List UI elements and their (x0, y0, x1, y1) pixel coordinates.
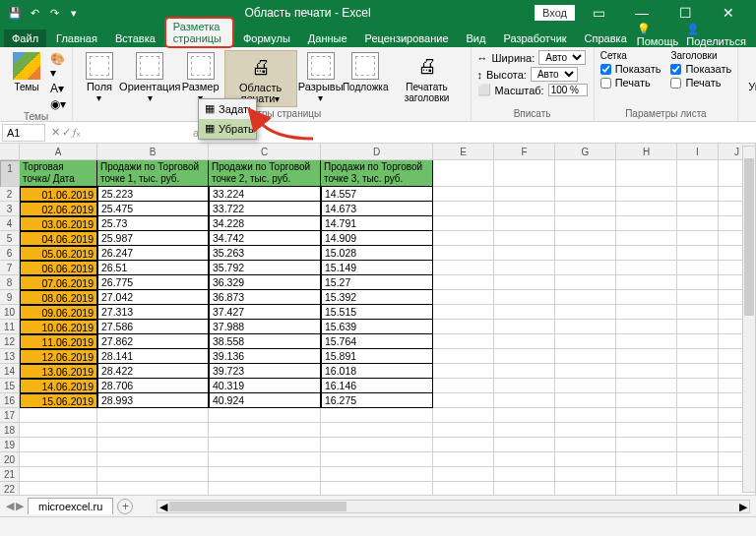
table-header-cell[interactable]: Торговая точка/ Дата (20, 160, 97, 187)
cell[interactable] (616, 261, 677, 275)
data-cell[interactable]: 15.149 (321, 261, 433, 275)
cell[interactable] (555, 349, 616, 364)
cell[interactable] (616, 160, 677, 187)
cell[interactable] (494, 364, 555, 379)
clear-print-area-item[interactable]: ▦Убрать (199, 119, 256, 139)
cell[interactable] (494, 393, 555, 408)
row-header[interactable]: 4 (0, 216, 20, 231)
cell[interactable] (677, 216, 719, 231)
data-cell[interactable]: 14.557 (321, 187, 433, 202)
breaks-button[interactable]: Разрывы▾ (300, 50, 342, 105)
cell[interactable] (433, 438, 494, 452)
cell[interactable] (555, 423, 616, 438)
sheet-next-icon[interactable]: ▶ (16, 500, 24, 512)
cell[interactable] (616, 364, 677, 379)
data-cell[interactable]: 26.247 (97, 246, 209, 261)
data-cell[interactable]: 28.141 (97, 349, 209, 364)
cell[interactable] (677, 275, 719, 290)
cell[interactable] (616, 275, 677, 290)
date-cell[interactable]: 13.06.2019 (20, 364, 97, 379)
cell[interactable] (616, 305, 677, 320)
arrange-button[interactable]: ⬚Упорядочение▾ (744, 50, 756, 105)
cell[interactable] (97, 452, 209, 467)
cell[interactable] (677, 452, 719, 467)
name-box[interactable] (2, 124, 45, 142)
cell[interactable] (555, 452, 616, 467)
save-icon[interactable]: 💾 (8, 6, 22, 20)
data-cell[interactable]: 25.73 (97, 216, 209, 231)
cell[interactable] (321, 408, 433, 423)
colors-icon[interactable]: 🎨▾ (50, 52, 66, 80)
cell[interactable] (677, 261, 719, 275)
data-cell[interactable]: 16.018 (321, 364, 433, 379)
data-cell[interactable]: 27.586 (97, 320, 209, 334)
cell[interactable] (209, 423, 321, 438)
cell[interactable] (494, 231, 555, 246)
data-cell[interactable]: 35.263 (209, 246, 321, 261)
cell[interactable] (677, 334, 719, 349)
cell[interactable] (494, 438, 555, 452)
data-cell[interactable]: 37.427 (209, 305, 321, 320)
signin-button[interactable]: Вход (535, 5, 575, 21)
row-header[interactable]: 5 (0, 231, 20, 246)
share-button[interactable]: 👤 Поделиться (686, 23, 746, 47)
cell[interactable] (555, 379, 616, 393)
tellme[interactable]: 💡 Помощь (637, 23, 679, 47)
cell[interactable] (677, 305, 719, 320)
cell[interactable] (433, 334, 494, 349)
cell[interactable] (616, 187, 677, 202)
data-cell[interactable]: 14.673 (321, 202, 433, 216)
cell[interactable] (97, 467, 209, 482)
cell[interactable] (677, 160, 719, 187)
date-cell[interactable]: 09.06.2019 (20, 305, 97, 320)
data-cell[interactable]: 34.228 (209, 216, 321, 231)
data-cell[interactable]: 40.319 (209, 379, 321, 393)
cell[interactable] (616, 216, 677, 231)
cell[interactable] (97, 438, 209, 452)
row-header[interactable]: 20 (0, 452, 20, 467)
cell[interactable] (616, 452, 677, 467)
row-header[interactable]: 10 (0, 305, 20, 320)
tab-home[interactable]: Главная (48, 30, 105, 47)
cell[interactable] (677, 408, 719, 423)
cell[interactable] (616, 408, 677, 423)
cell[interactable] (616, 231, 677, 246)
cell[interactable] (494, 467, 555, 482)
cell[interactable] (555, 320, 616, 334)
data-cell[interactable]: 35.792 (209, 261, 321, 275)
row-header[interactable]: 15 (0, 379, 20, 393)
cell[interactable] (555, 305, 616, 320)
effects-icon[interactable]: ◉▾ (50, 97, 66, 111)
cell[interactable] (555, 261, 616, 275)
grid-print-checkbox[interactable] (600, 78, 611, 89)
cell[interactable] (616, 202, 677, 216)
data-cell[interactable]: 33.722 (209, 202, 321, 216)
tab-insert[interactable]: Вставка (107, 30, 163, 47)
cell[interactable] (209, 452, 321, 467)
date-cell[interactable]: 08.06.2019 (20, 290, 97, 305)
row-header[interactable]: 21 (0, 467, 20, 482)
cell[interactable] (209, 438, 321, 452)
cell[interactable] (433, 364, 494, 379)
data-cell[interactable]: 28.993 (97, 393, 209, 408)
col-header-E[interactable]: E (433, 144, 494, 160)
cell[interactable] (494, 275, 555, 290)
cell[interactable] (494, 452, 555, 467)
row-header[interactable]: 17 (0, 408, 20, 423)
data-cell[interactable]: 37.988 (209, 320, 321, 334)
date-cell[interactable]: 02.06.2019 (20, 202, 97, 216)
cell[interactable] (433, 320, 494, 334)
cell[interactable] (209, 408, 321, 423)
row-header[interactable]: 14 (0, 364, 20, 379)
tab-review[interactable]: Рецензирование (357, 30, 457, 47)
cell[interactable] (433, 202, 494, 216)
data-cell[interactable]: 25.223 (97, 187, 209, 202)
data-cell[interactable]: 26.775 (97, 275, 209, 290)
col-header-H[interactable]: H (616, 144, 677, 160)
tab-data[interactable]: Данные (300, 30, 355, 47)
qat-more-icon[interactable]: ▾ (67, 6, 81, 20)
data-cell[interactable]: 27.862 (97, 334, 209, 349)
cell[interactable] (555, 202, 616, 216)
redo-icon[interactable]: ↷ (47, 6, 61, 20)
cell[interactable] (20, 452, 97, 467)
